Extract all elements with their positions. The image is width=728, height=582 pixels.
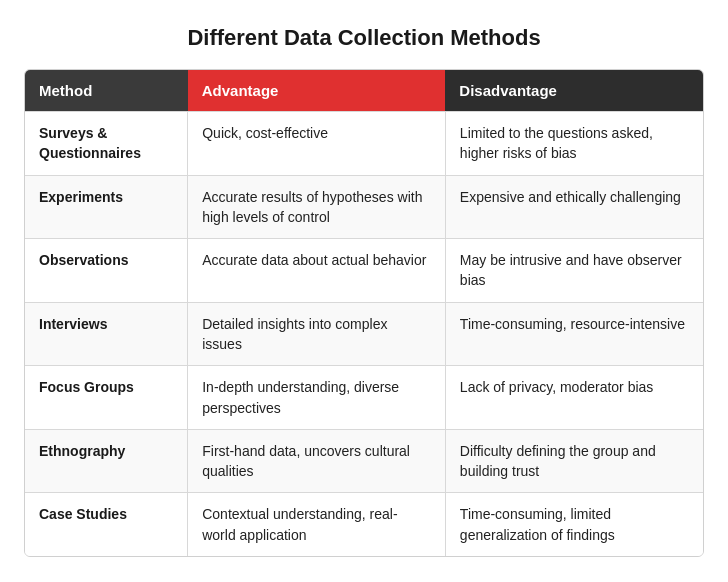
cell-disadvantage: Time-consuming, resource-intensive [445, 302, 703, 366]
page-title: Different Data Collection Methods [24, 25, 704, 51]
cell-advantage: Detailed insights into complex issues [188, 302, 446, 366]
cell-method: Ethnography [25, 429, 188, 493]
data-collection-table: Method Advantage Disadvantage Surveys & … [25, 70, 703, 556]
table-row: InterviewsDetailed insights into complex… [25, 302, 703, 366]
cell-method: Surveys & Questionnaires [25, 111, 188, 175]
table-row: Surveys & QuestionnairesQuick, cost-effe… [25, 111, 703, 175]
cell-advantage: First-hand data, uncovers cultural quali… [188, 429, 446, 493]
header-advantage: Advantage [188, 70, 446, 112]
cell-method: Interviews [25, 302, 188, 366]
table-row: Focus GroupsIn-depth understanding, dive… [25, 366, 703, 430]
cell-method: Observations [25, 239, 188, 303]
cell-method: Case Studies [25, 493, 188, 556]
table-row: Case StudiesContextual understanding, re… [25, 493, 703, 556]
table-body: Surveys & QuestionnairesQuick, cost-effe… [25, 111, 703, 556]
cell-advantage: Quick, cost-effective [188, 111, 446, 175]
cell-advantage: Accurate results of hypotheses with high… [188, 175, 446, 239]
cell-advantage: In-depth understanding, diverse perspect… [188, 366, 446, 430]
cell-disadvantage: Time-consuming, limited generalization o… [445, 493, 703, 556]
cell-disadvantage: May be intrusive and have observer bias [445, 239, 703, 303]
cell-disadvantage: Difficulty defining the group and buildi… [445, 429, 703, 493]
cell-method: Experiments [25, 175, 188, 239]
table-header-row: Method Advantage Disadvantage [25, 70, 703, 112]
cell-advantage: Contextual understanding, real-world app… [188, 493, 446, 556]
table-row: EthnographyFirst-hand data, uncovers cul… [25, 429, 703, 493]
cell-disadvantage: Limited to the questions asked, higher r… [445, 111, 703, 175]
cell-disadvantage: Expensive and ethically challenging [445, 175, 703, 239]
cell-advantage: Accurate data about actual behavior [188, 239, 446, 303]
main-container: Different Data Collection Methods Method… [14, 5, 714, 577]
header-method: Method [25, 70, 188, 112]
table-row: ExperimentsAccurate results of hypothese… [25, 175, 703, 239]
cell-method: Focus Groups [25, 366, 188, 430]
table-row: ObservationsAccurate data about actual b… [25, 239, 703, 303]
table-wrapper: Method Advantage Disadvantage Surveys & … [24, 69, 704, 557]
cell-disadvantage: Lack of privacy, moderator bias [445, 366, 703, 430]
header-disadvantage: Disadvantage [445, 70, 703, 112]
